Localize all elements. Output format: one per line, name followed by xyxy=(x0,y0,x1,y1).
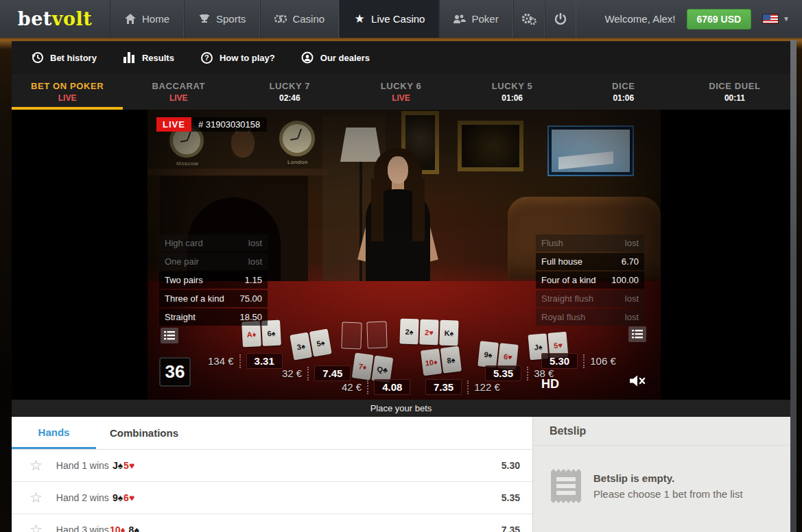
odds-row-four-of-a-kind[interactable]: Four of a kind 100.00 xyxy=(536,271,644,289)
balance-badge[interactable]: 6769 USD xyxy=(687,9,752,29)
subnav-bet-history[interactable]: Bet history xyxy=(31,51,97,64)
tab-combinations[interactable]: Combinations xyxy=(96,417,192,449)
tab-hands[interactable]: Hands xyxy=(12,417,96,449)
odds-row-royal-flush[interactable]: Royal flush lost xyxy=(536,309,644,326)
odds-name: Straight flush xyxy=(541,293,593,304)
tab-dice[interactable]: DICE 01:06 xyxy=(568,74,679,110)
mute-icon[interactable] xyxy=(630,375,646,387)
status-bar: Place your bets xyxy=(12,400,790,417)
right-list-button[interactable] xyxy=(628,326,646,342)
bet-amount: 32 € xyxy=(282,367,302,379)
live-indicator: LIVE # 31903030158 xyxy=(156,117,267,132)
live-video: Moscow London A♦ 6♠ xyxy=(148,110,661,400)
hd-quality-label[interactable]: HD xyxy=(541,377,559,391)
nav-item-poker[interactable]: Poker xyxy=(439,0,512,38)
dealer-hair-right xyxy=(412,178,425,241)
hand-label: Hand 3 wins xyxy=(56,524,109,532)
hand-card: 10♦ xyxy=(110,524,126,532)
nav-item-casino[interactable]: Casino xyxy=(260,0,339,38)
settings-button[interactable] xyxy=(513,0,545,38)
odds-name: High card xyxy=(165,238,203,248)
odds-row-three-of-a-kind[interactable]: Three of a kind 75.00 xyxy=(159,290,268,307)
odds-name: Flush xyxy=(541,238,563,248)
bet-odds-button[interactable]: 5.30 xyxy=(541,353,578,369)
odds-name: Royal flush xyxy=(541,312,585,322)
subnav-our-dealers[interactable]: Our dealers xyxy=(301,51,370,64)
odds-row-one-pair[interactable]: One pair lost xyxy=(159,253,268,270)
subnav-label: Our dealers xyxy=(320,53,370,63)
divider xyxy=(467,380,469,394)
tab-dice-duel[interactable]: DICE DUEL 00:11 xyxy=(679,74,790,110)
odds-row-flush[interactable]: Flush lost xyxy=(536,234,644,252)
bet-odds-button[interactable]: 5.35 xyxy=(485,365,521,381)
subnav-label: Results xyxy=(142,53,174,63)
odds-row-straight[interactable]: Straight 18.50 xyxy=(159,309,268,326)
bet-odds-button[interactable]: 3.31 xyxy=(246,353,283,369)
hand-row-2[interactable]: ☆ Hand 2 wins 9♠ 6♥ 5.35 xyxy=(12,482,532,514)
tab-baccarat[interactable]: BACCARAT LIVE xyxy=(123,74,234,110)
hands-panel: Hands Combinations ☆ Hand 1 wins J♠ 5♥ 5… xyxy=(12,417,532,532)
tab-lucky-6[interactable]: LUCKY 6 LIVE xyxy=(345,74,456,110)
bet-odds-button[interactable]: 7.35 xyxy=(425,379,462,395)
nav-item-label: Casino xyxy=(292,13,325,25)
hand-label: Hand 1 wins xyxy=(56,460,109,471)
tab-lucky-5[interactable]: LUCKY 5 01:06 xyxy=(457,74,568,110)
nav-item-home[interactable]: Home xyxy=(110,0,184,38)
hands-panel-tabs: Hands Combinations xyxy=(12,417,532,450)
betvolt-logo[interactable]: betvolt xyxy=(0,0,110,38)
odds-row-straight-flush[interactable]: Straight flush lost xyxy=(536,290,644,307)
odds-row-high-card[interactable]: High card lost xyxy=(159,234,268,252)
subnav-how-to-play[interactable]: ? How to play? xyxy=(200,51,275,64)
star-icon: ★ xyxy=(353,13,366,25)
bet-amount: 106 € xyxy=(590,355,616,367)
odds-row-full-house[interactable]: Full house 6.70 xyxy=(536,253,644,270)
list-icon xyxy=(164,331,175,340)
subnav-results[interactable]: Results xyxy=(123,51,174,64)
navbar-right: Welcome, Alex! 6769 USD ▼ xyxy=(604,0,802,38)
hand-odds: 5.30 xyxy=(502,460,520,471)
bet-odds-button[interactable]: 4.08 xyxy=(374,379,410,395)
odds-value: lost xyxy=(248,256,262,267)
left-odds-table: High card lost One pair lost Two pairs 1… xyxy=(159,234,268,327)
scrollbar[interactable] xyxy=(790,40,797,532)
star-outline-icon[interactable]: ☆ xyxy=(30,522,43,532)
users-icon xyxy=(453,13,466,25)
card: 9♠ xyxy=(477,341,499,368)
game-tabs: BET ON POKER LIVE BACCARAT LIVE LUCKY 7 … xyxy=(12,74,790,110)
odds-row-two-pairs[interactable]: Two pairs 1.15 xyxy=(159,271,268,289)
logout-button[interactable] xyxy=(545,0,576,38)
star-outline-icon[interactable]: ☆ xyxy=(30,489,43,506)
fireplace-mantle xyxy=(148,169,327,176)
main-content: Bet history Results ? How to play? Our d… xyxy=(12,41,790,532)
card: 2♠ xyxy=(399,319,418,345)
star-outline-icon[interactable]: ☆ xyxy=(30,457,43,474)
odds-value: 18.50 xyxy=(239,312,262,322)
chips-icon xyxy=(274,13,287,25)
question-circle-icon: ? xyxy=(200,51,213,64)
tab-title: LUCKY 7 xyxy=(270,81,311,91)
language-selector[interactable]: ▼ xyxy=(762,14,790,24)
tab-bet-on-poker[interactable]: BET ON POKER LIVE xyxy=(12,74,123,110)
card: 3♠ xyxy=(290,332,312,360)
deer-trophy xyxy=(231,130,255,158)
hand-row-3[interactable]: ☆ Hand 3 wins 10♦ 8♠ 7.35 xyxy=(12,514,532,532)
dealer-icon xyxy=(301,51,314,64)
tab-title: DICE xyxy=(612,81,635,91)
hand-row-1[interactable]: ☆ Hand 1 wins J♠ 5♥ 5.30 xyxy=(12,450,532,482)
tab-lucky-7[interactable]: LUCKY 7 02:46 xyxy=(234,74,345,110)
tab-status: LIVE xyxy=(169,93,188,103)
left-list-button[interactable] xyxy=(161,328,178,343)
betslip-empty-text: Please choose 1 bet from the list xyxy=(593,488,743,500)
odds-name: Two pairs xyxy=(165,275,203,285)
nav-item-live-casino[interactable]: ★ Live Casino xyxy=(339,0,439,38)
right-odds-table: Flush lost Full house 6.70 Four of a kin… xyxy=(536,234,644,327)
bar-chart-icon xyxy=(123,51,136,64)
nav-item-sports[interactable]: Sports xyxy=(184,0,260,38)
card: 2♥ xyxy=(419,319,438,346)
hand-card: 9♠ xyxy=(113,492,123,503)
odds-name: Four of a kind xyxy=(541,275,596,285)
list-icon xyxy=(632,330,643,339)
subnav-label: Bet history xyxy=(50,53,97,63)
dealer-face xyxy=(388,156,408,184)
hand-card: 8♠ xyxy=(129,524,139,532)
